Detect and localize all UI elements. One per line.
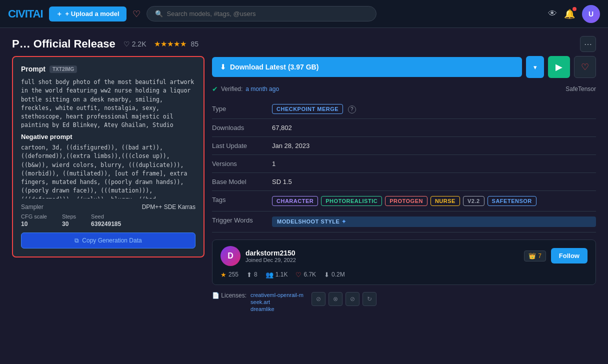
base-model-row: Base Model SD 1.5 <box>212 172 596 190</box>
steps-value: 30 <box>62 220 76 228</box>
right-panel: ⬇ Download Latest (3.97 GB) ▾ ▶ ♡ ✔ Veri… <box>212 56 596 356</box>
tag-photorealistic[interactable]: PHOTOREALISTIC <box>321 196 382 206</box>
uploads-count: 8 <box>254 271 258 278</box>
trigger-badge[interactable]: MODELSHOOT STYLE ✦ <box>272 216 596 227</box>
trigger-words-cell: MODELSHOOT STYLE ✦ <box>272 211 596 232</box>
prompt-header: Prompt TXT2IMG <box>21 65 196 73</box>
last-update-label: Last Update <box>212 136 272 154</box>
logo-ai: AI <box>33 8 43 20</box>
type-label: Type <box>212 100 272 118</box>
txt2img-badge: TXT2IMG <box>50 66 77 73</box>
play-button[interactable]: ▶ <box>548 56 570 78</box>
license-icon: 📄 <box>212 292 220 299</box>
creator-info: darkstorm2150 Joined Dec 29, 2022 <box>246 249 519 263</box>
cfg-label: CFG scale <box>21 214 47 220</box>
steps-item: Steps 30 <box>62 214 76 228</box>
downloads-row: Downloads 67,802 <box>212 118 596 136</box>
page-title: P… Official Release <box>12 38 116 50</box>
tags-row: Tags CHARACTER PHOTOREALISTIC PROTOGEN N… <box>212 190 596 211</box>
logo[interactable]: CIVITAI <box>8 8 43 20</box>
search-input[interactable] <box>167 10 368 18</box>
cfg-value: 10 <box>21 220 47 228</box>
download-latest-button[interactable]: ⬇ Download Latest (3.97 GB) <box>212 57 522 77</box>
follow-button[interactable]: Follow <box>551 248 588 264</box>
favorite-button[interactable]: ♡ <box>574 56 596 78</box>
tag-nurse[interactable]: NURSE <box>430 196 460 206</box>
licenses-row: 📄 Licenses: creativeml-openrail-m seek.a… <box>212 292 596 312</box>
verified-time-link[interactable]: a month ago <box>246 86 279 92</box>
stars-count: 255 <box>228 271 238 278</box>
safetensor-badge: SafeTensor <box>566 86 596 92</box>
type-row: Type CHECKPOINT MERGE ? <box>212 100 596 118</box>
no-credit-icon: ⊘ <box>316 296 321 302</box>
copy-generation-data-button[interactable]: ⧉ Copy Generation Data <box>21 232 196 248</box>
followers-icon: 👥 <box>266 271 274 278</box>
creator-avatar[interactable]: D <box>220 246 240 266</box>
stat-downloads: ⬇ 0.2M <box>324 271 345 278</box>
steps-label: Steps <box>62 214 76 220</box>
share-alike-icon: ↻ <box>367 296 372 302</box>
seed-value: 639249185 <box>91 220 121 228</box>
crown-badge: 👑 7 <box>524 250 546 262</box>
crown-icon: 👑 <box>528 252 536 260</box>
creator-name[interactable]: darkstorm2150 <box>246 249 519 257</box>
tags-container: CHARACTER PHOTOREALISTIC PROTOGEN NURSE … <box>272 196 596 206</box>
user-avatar[interactable]: U <box>582 5 600 23</box>
search-icon: 🔍 <box>155 10 163 18</box>
stat-stars: ★ 255 <box>220 271 238 278</box>
likes-count: 6.7K <box>304 271 316 278</box>
verified-row: ✔ Verified: a month ago SafeTensor <box>212 85 596 93</box>
download-icon: ⬇ <box>220 63 226 71</box>
license-link-2[interactable]: seek.art <box>250 299 304 305</box>
likes-icon: ♡ <box>296 271 302 278</box>
licenses-label: 📄 Licenses: <box>212 292 246 299</box>
trigger-words-label: Trigger Words <box>212 211 272 232</box>
versions-row: Versions 1 <box>212 154 596 172</box>
creator-joined: Joined Dec 29, 2022 <box>246 257 519 263</box>
type-info-icon[interactable]: ? <box>348 106 356 114</box>
notifications-icon[interactable]: 🔔 <box>564 8 575 20</box>
tag-protogen[interactable]: PROTOGEN <box>385 196 428 206</box>
copy-btn-label: Copy Generation Data <box>82 237 142 244</box>
favorites-icon[interactable]: ♡ <box>132 8 140 20</box>
last-update-row: Last Update Jan 28, 2023 <box>212 136 596 154</box>
download-dropdown-button[interactable]: ▾ <box>526 56 544 78</box>
main-content: P… Official Release ♡ 2.2K ★★★★★ 85 ⋯ Pr… <box>0 28 608 364</box>
notification-dot <box>572 7 576 11</box>
tag-character[interactable]: CHARACTER <box>272 196 318 206</box>
last-update-value: Jan 28, 2023 <box>272 136 596 154</box>
downloads-count: 0.2M <box>332 271 345 278</box>
title-release: Official Release <box>34 38 116 50</box>
like-count: ♡ 2.2K <box>124 40 146 48</box>
crown-level: 7 <box>538 252 542 260</box>
upload-label: + Upload a model <box>66 10 120 18</box>
page-header: P… Official Release ♡ 2.2K ★★★★★ 85 ⋯ <box>0 28 608 56</box>
visibility-off-icon[interactable]: 👁 <box>548 8 557 19</box>
base-model-value: SD 1.5 <box>272 172 596 190</box>
trigger-icon: ✦ <box>342 218 346 225</box>
license-icon-box-4: ↻ <box>362 292 376 306</box>
license-link-3[interactable]: dreamlike <box>250 306 304 312</box>
sampler-label: Sampler <box>21 204 44 210</box>
chevron-down-icon: ▾ <box>534 64 537 71</box>
upload-model-button[interactable]: ＋ + Upload a model <box>49 6 126 22</box>
left-panel: Prompt TXT2IMG full shot body photo of t… <box>12 56 202 356</box>
tag-safetensor[interactable]: SAFETENSOR <box>488 196 536 206</box>
title-text: P… <box>12 38 34 50</box>
seed-label: Seed <box>91 214 121 220</box>
downloads-label: Downloads <box>212 118 272 136</box>
search-container[interactable]: 🔍 <box>146 6 376 22</box>
versions-value: 1 <box>272 154 596 172</box>
license-icons: ⊘ ⊗ ⊘ ↻ <box>312 292 376 306</box>
heart-icon[interactable]: ♡ <box>124 40 130 48</box>
license-link-1[interactable]: creativeml-openrail-m <box>250 292 304 298</box>
upload-icon: ＋ <box>56 10 62 18</box>
heart-icon: ♡ <box>581 62 589 72</box>
creator-top: D darkstorm2150 Joined Dec 29, 2022 👑 7 … <box>220 246 588 266</box>
type-value: CHECKPOINT MERGE ? <box>272 100 596 118</box>
tag-v22[interactable]: V2.2 <box>463 196 484 206</box>
license-icon-box-1: ⊘ <box>312 292 326 306</box>
more-options-button[interactable]: ⋯ <box>580 36 596 52</box>
likes-value: 2.2K <box>132 40 146 48</box>
play-icon: ▶ <box>556 62 562 72</box>
